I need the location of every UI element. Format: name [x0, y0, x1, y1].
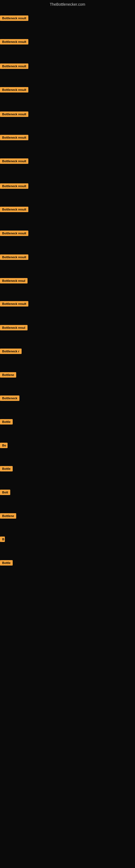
bottleneck-result-badge[interactable]: Bottle: [0, 560, 13, 565]
bottleneck-badge-container-11: Bottleneck result: [0, 254, 28, 261]
site-title: TheBottlenecker.com: [0, 0, 135, 8]
bottleneck-badge-container-7: Bottleneck result: [0, 158, 28, 165]
bottleneck-result-badge[interactable]: Bottleneck result: [0, 39, 28, 44]
bottleneck-badge-container-23: B: [0, 536, 5, 543]
bottleneck-result-badge[interactable]: Bottleneck resul: [0, 278, 28, 283]
bottleneck-result-badge[interactable]: Bottleneck result: [0, 112, 28, 117]
bottleneck-result-badge[interactable]: Bottleneck result: [0, 87, 28, 93]
bottleneck-result-badge[interactable]: Bottleneck result: [0, 63, 28, 69]
bottleneck-result-badge[interactable]: Bottleneck result: [0, 254, 28, 260]
bottleneck-result-badge[interactable]: Bottlene: [0, 513, 16, 519]
bottleneck-badge-container-14: Bottleneck resul: [0, 325, 28, 332]
bottleneck-result-badge[interactable]: Bottle: [0, 466, 13, 471]
bottleneck-badge-container-13: Bottleneck result: [0, 301, 28, 308]
bottleneck-result-badge[interactable]: Bottlene: [0, 372, 16, 378]
bottleneck-badge-container-20: Bottle: [0, 466, 13, 472]
bottleneck-badge-container-22: Bottlene: [0, 513, 16, 520]
bottleneck-result-badge[interactable]: Bott: [0, 490, 10, 495]
bottleneck-badge-container-15: Bottleneck r: [0, 348, 21, 355]
bottleneck-badge-container-4: Bottleneck result: [0, 87, 28, 94]
bottleneck-result-badge[interactable]: Bottleneck result: [0, 301, 28, 307]
bottleneck-badge-container-24: Bottle: [0, 560, 13, 567]
bottleneck-result-badge[interactable]: B: [0, 536, 5, 542]
bottleneck-result-badge[interactable]: Bottleneck result: [0, 207, 28, 212]
bottleneck-result-badge[interactable]: Bottleneck: [0, 396, 19, 401]
bottleneck-result-badge[interactable]: Bottleneck result: [0, 183, 28, 189]
page-wrapper: TheBottlenecker.com Bottleneck resultBot…: [0, 0, 135, 868]
bottleneck-badge-container-3: Bottleneck result: [0, 63, 28, 70]
bottleneck-badge-container-2: Bottleneck result: [0, 39, 28, 45]
bottleneck-result-badge[interactable]: Bottleneck result: [0, 16, 28, 21]
bottleneck-badge-container-5: Bottleneck result: [0, 112, 28, 118]
bottleneck-badge-container-16: Bottlene: [0, 372, 16, 379]
bottleneck-result-badge[interactable]: Bottleneck resul: [0, 325, 28, 330]
bottleneck-result-badge[interactable]: Bottleneck result: [0, 158, 28, 164]
bottleneck-result-badge[interactable]: Bottleneck result: [0, 230, 28, 236]
bottleneck-badge-container-6: Bottleneck result: [0, 135, 28, 141]
bottleneck-result-badge[interactable]: Bottle: [0, 419, 13, 425]
bottleneck-badge-container-1: Bottleneck result: [0, 16, 28, 22]
bottleneck-badge-container-12: Bottleneck resul: [0, 278, 28, 284]
bottleneck-badge-container-9: Bottleneck result: [0, 207, 28, 213]
bottleneck-badge-container-21: Bott: [0, 490, 10, 496]
bottleneck-badge-container-8: Bottleneck result: [0, 183, 28, 190]
bottleneck-result-badge[interactable]: Bottleneck r: [0, 348, 21, 354]
bottleneck-result-badge[interactable]: Bo: [0, 443, 8, 448]
bottleneck-badge-container-17: Bottleneck: [0, 396, 19, 402]
bottleneck-badge-container-19: Bo: [0, 443, 8, 449]
bottleneck-result-badge[interactable]: Bottleneck result: [0, 135, 28, 140]
bottleneck-badge-container-18: Bottle: [0, 419, 13, 426]
bottleneck-badge-container-10: Bottleneck result: [0, 230, 28, 237]
